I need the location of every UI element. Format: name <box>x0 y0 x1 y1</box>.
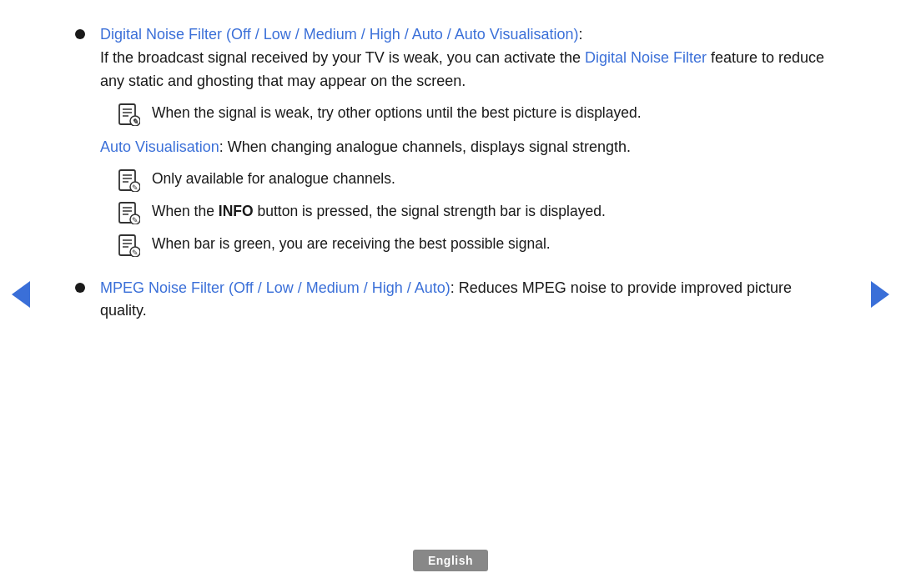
note-block-1: ✎ When the signal is weak, try other opt… <box>117 102 826 126</box>
svg-text:✎: ✎ <box>132 118 138 126</box>
list-item-mpeg-noise: MPEG Noise Filter (Off / Low / Medium / … <box>75 277 826 324</box>
bullet-dot-1 <box>75 29 85 39</box>
note-icon-1: ✎ <box>117 103 140 126</box>
auto-vis-section: Auto Visualisation: When changing analog… <box>100 136 826 159</box>
note3-suffix: button is pressed, the signal strength b… <box>254 203 606 219</box>
digital-noise-filter-inline-link[interactable]: Digital Noise Filter <box>585 49 707 66</box>
note-text-3: When the INFO button is pressed, the sig… <box>152 200 826 223</box>
note-block-4: ✎ When bar is green, you are receiving t… <box>117 233 826 257</box>
note-text-4: When bar is green, you are receiving the… <box>152 233 826 255</box>
svg-text:✎: ✎ <box>132 216 138 224</box>
memo-icon-1: ✎ <box>117 103 140 126</box>
note-icon-4: ✎ <box>117 234 140 257</box>
main-list: Digital Noise Filter (Off / Low / Medium… <box>75 23 826 323</box>
left-arrow-icon <box>12 281 30 308</box>
auto-vis-link[interactable]: Auto Visualisation <box>100 138 219 155</box>
nav-arrow-left[interactable] <box>8 274 33 315</box>
note-icon-2: ✎ <box>117 168 140 192</box>
note-block-2: ✎ Only available for analogue channels. <box>117 168 826 192</box>
language-badge[interactable]: English <box>413 550 488 571</box>
memo-icon-4: ✎ <box>117 234 140 257</box>
bullet-content-1: Digital Noise Filter (Off / Low / Medium… <box>100 23 826 265</box>
bullet-dot-2 <box>75 283 85 293</box>
note-text-2: Only available for analogue channels. <box>152 168 826 190</box>
info-bold: INFO <box>219 203 254 219</box>
mpeg-noise-filter-heading[interactable]: MPEG Noise Filter (Off / Low / Medium / … <box>100 279 450 296</box>
note-block-3: ✎ When the INFO button is pressed, the s… <box>117 200 826 224</box>
bullet-content-2: MPEG Noise Filter (Off / Low / Medium / … <box>100 277 826 324</box>
note-text-1: When the signal is weak, try other optio… <box>152 102 826 124</box>
note3-prefix: When the <box>152 203 219 219</box>
memo-icon-2: ✎ <box>117 168 140 192</box>
svg-text:✎: ✎ <box>132 183 138 192</box>
note-icon-3: ✎ <box>117 201 140 224</box>
auto-vis-colon: : When changing analogue channels, displ… <box>219 138 631 155</box>
content-area: Digital Noise Filter (Off / Low / Medium… <box>0 0 901 540</box>
digital-noise-filter-heading[interactable]: Digital Noise Filter (Off / Low / Medium… <box>100 26 579 43</box>
list-item-digital-noise: Digital Noise Filter (Off / Low / Medium… <box>75 23 826 265</box>
footer: English <box>0 540 901 588</box>
heading-suffix-1: : <box>579 26 583 43</box>
description-text-1: If the broadcast signal received by your… <box>100 49 585 66</box>
page-container: Digital Noise Filter (Off / Low / Medium… <box>0 0 901 588</box>
right-arrow-icon <box>871 281 889 308</box>
memo-icon-3: ✎ <box>117 201 140 224</box>
nav-arrow-right[interactable] <box>868 274 893 315</box>
svg-text:✎: ✎ <box>132 249 138 257</box>
